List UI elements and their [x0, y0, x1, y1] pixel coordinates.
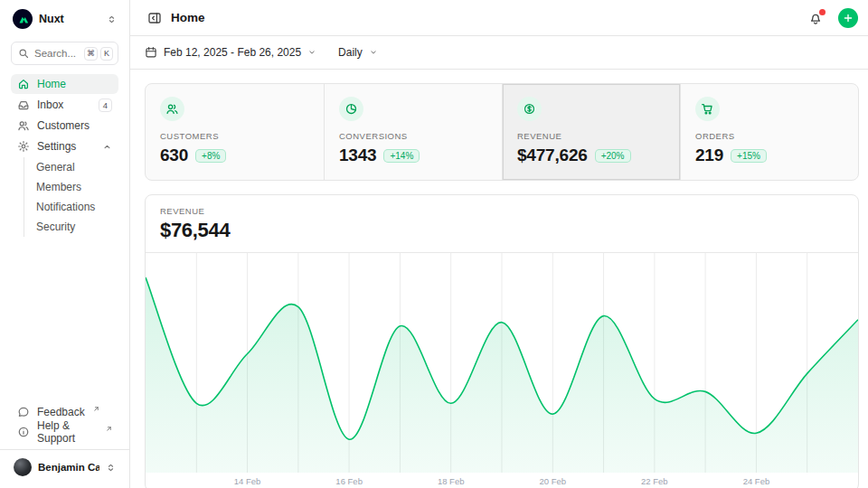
chevrons-up-down-icon [107, 14, 117, 24]
stat-delta-badge: +14% [383, 149, 420, 163]
sidebar-item-members[interactable]: Members [36, 177, 118, 197]
stat-delta-badge: +20% [595, 149, 631, 163]
revenue-chart-card: REVENUE $76,544 14 Feb16 Feb18 Feb20 Feb… [145, 194, 859, 488]
help-support-link[interactable]: Help & Support [11, 422, 118, 442]
info-circle-icon [17, 426, 30, 438]
stat-card-revenue[interactable]: REVENUE $477,626 +20% [502, 84, 680, 180]
sidebar-item-general[interactable]: General [36, 157, 118, 177]
sidebar-item-label: Inbox [37, 99, 91, 111]
user-name: Benjamin Canac [38, 462, 99, 473]
x-axis-label: 18 Feb [438, 476, 465, 486]
x-axis-label: 20 Feb [539, 476, 566, 486]
stats-row: CUSTOMERS 630 +8% CONVERSIONS 1343 +14% [145, 83, 859, 181]
stat-value: 1343 [339, 145, 376, 165]
period-value: Daily [338, 46, 363, 59]
settings-submenu: General Members Notifications Security [24, 157, 118, 237]
dashboard-content: CUSTOMERS 630 +8% CONVERSIONS 1343 +14% [130, 70, 868, 488]
x-axis-label: 22 Feb [641, 476, 668, 486]
sidebar: Nuxt Search... ⌘ K Home [0, 0, 130, 488]
workspace-switcher[interactable]: Nuxt [11, 7, 118, 31]
add-button[interactable] [838, 8, 858, 28]
x-axis-label: 24 Feb [743, 476, 770, 486]
x-axis-label: 16 Feb [335, 476, 363, 486]
external-link-icon [93, 406, 99, 412]
app-window: Nuxt Search... ⌘ K Home [0, 0, 868, 488]
external-link-icon [106, 426, 112, 432]
stat-value: 630 [160, 145, 188, 165]
dollar-circle-icon [517, 97, 542, 121]
sidebar-item-label: Home [37, 78, 112, 90]
x-axis-label: 14 Feb [234, 476, 261, 486]
search-placeholder: Search... [34, 48, 79, 59]
search-shortcut: ⌘ K [84, 47, 113, 61]
sidebar-item-label: Customers [37, 119, 112, 132]
inbox-icon [17, 99, 30, 111]
top-bar: Home [130, 0, 868, 36]
feedback-label: Feedback [37, 406, 85, 418]
chevron-up-icon [102, 142, 112, 152]
collapse-sidebar-button[interactable] [145, 8, 165, 28]
sidebar-item-customers[interactable]: Customers [11, 116, 118, 136]
stat-card-customers[interactable]: CUSTOMERS 630 +8% [146, 84, 324, 180]
sidebar-item-security[interactable]: Security [36, 217, 118, 237]
sidebar-item-home[interactable]: Home [11, 74, 118, 94]
notifications-button[interactable] [805, 7, 826, 29]
users-icon [160, 97, 184, 121]
sidebar-item-notifications[interactable]: Notifications [36, 197, 118, 217]
inbox-count-badge: 4 [99, 99, 112, 112]
chart-x-axis: 14 Feb16 Feb18 Feb20 Feb22 Feb24 Feb [146, 473, 858, 488]
stat-label: CUSTOMERS [160, 131, 309, 141]
chart-canvas [146, 253, 858, 473]
stat-value: 219 [695, 145, 723, 165]
chart-metric-value: $76,544 [160, 219, 844, 242]
search-icon [18, 48, 29, 59]
date-range-value: Feb 12, 2025 - Feb 26, 2025 [164, 46, 301, 59]
search-input[interactable]: Search... ⌘ K [11, 42, 118, 65]
gear-icon [17, 140, 30, 153]
stat-card-conversions[interactable]: CONVERSIONS 1343 +14% [324, 84, 502, 180]
workspace-name: Nuxt [39, 13, 100, 25]
chevron-down-icon [369, 48, 378, 57]
stat-value: $477,626 [517, 145, 588, 165]
help-support-label: Help & Support [37, 419, 98, 445]
chart-metric-label: REVENUE [160, 206, 844, 216]
stat-card-orders[interactable]: ORDERS 219 +15% [680, 84, 858, 180]
cart-icon [695, 97, 720, 121]
kbd-k: K [100, 47, 113, 61]
filter-toolbar: Feb 12, 2025 - Feb 26, 2025 Daily [130, 36, 868, 70]
kbd-meta: ⌘ [84, 47, 98, 61]
main-panel: Home Feb 12, 2025 - Feb 26, 2025 Daily [130, 0, 868, 488]
stat-label: CONVERSIONS [339, 131, 487, 141]
revenue-area-chart[interactable] [146, 252, 858, 473]
chevrons-up-down-icon [106, 463, 116, 473]
sidebar-item-label: Settings [37, 140, 95, 153]
calendar-icon [145, 46, 157, 59]
sidebar-item-settings[interactable]: Settings [11, 136, 118, 156]
stat-delta-badge: +8% [195, 149, 226, 163]
user-menu[interactable]: Benjamin Canac [11, 455, 118, 479]
stat-delta-badge: +15% [731, 149, 767, 163]
stat-label: REVENUE [517, 131, 665, 141]
chart-pie-icon [339, 97, 363, 121]
period-select[interactable]: Daily [338, 46, 378, 59]
home-icon [17, 78, 30, 90]
avatar [14, 458, 32, 476]
chart-header: REVENUE $76,544 [146, 195, 858, 252]
sidebar-item-inbox[interactable]: Inbox 4 [11, 95, 118, 115]
message-bubble-icon [17, 406, 30, 418]
notification-dot [819, 9, 826, 15]
date-range-picker[interactable]: Feb 12, 2025 - Feb 26, 2025 [145, 46, 316, 59]
page-title: Home [171, 11, 805, 24]
stat-label: ORDERS [695, 131, 844, 141]
chevron-down-icon [307, 48, 316, 57]
users-icon [17, 119, 30, 132]
sidebar-nav: Home Inbox 4 Customers Settings [11, 74, 118, 237]
nuxt-logo-icon [13, 9, 33, 29]
